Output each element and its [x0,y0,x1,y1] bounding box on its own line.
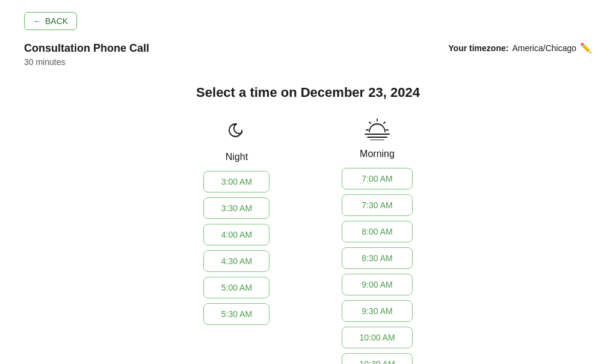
time-slot[interactable]: 8:00 AM [342,221,412,242]
time-slot[interactable]: 8:30 AM [342,247,412,269]
svg-line-1 [384,122,385,123]
night-section: Night 3:00 AM3:30 AM4:00 AM4:30 AM5:00 A… [203,119,270,364]
night-label: Night [226,152,248,162]
time-slot[interactable]: 7:30 AM [342,194,412,216]
event-title: Consultation Phone Call [24,42,149,55]
edit-timezone-icon[interactable]: ✏️ [580,42,592,54]
timezone-row: Your timezone: America/Chicago ✏️ [448,42,592,54]
event-duration: 30 minutes [24,57,149,67]
time-slot[interactable]: 9:30 AM [342,300,412,322]
morning-label: Morning [360,149,395,159]
night-icon [226,119,247,143]
time-slot[interactable]: 3:30 AM [203,197,270,219]
back-arrow-icon: ← [33,16,42,26]
time-sections: Night 3:00 AM3:30 AM4:00 AM4:30 AM5:00 A… [24,119,592,364]
timezone-value: America/Chicago [512,43,576,53]
night-time-slots: 3:00 AM3:30 AM4:00 AM4:30 AM5:00 AM5:30 … [203,171,270,325]
time-slot[interactable]: 7:00 AM [342,168,412,190]
back-button[interactable]: ← BACK [24,12,77,30]
time-slot[interactable]: 4:00 AM [203,224,270,245]
time-slot[interactable]: 3:00 AM [203,171,270,193]
time-slot[interactable]: 5:00 AM [203,277,270,298]
timezone-label: Your timezone: [448,43,508,53]
morning-icon [363,119,391,140]
time-slot[interactable]: 9:00 AM [342,274,412,295]
time-slot[interactable]: 4:30 AM [203,250,270,272]
svg-line-2 [369,122,371,123]
header-row: Consultation Phone Call 30 minutes Your … [24,42,592,67]
time-slot[interactable]: 5:30 AM [203,303,270,325]
time-slot[interactable]: 10:30 AM [342,353,412,364]
morning-section: Morning 7:00 AM7:30 AM8:00 AM8:30 AM9:00… [342,119,412,364]
time-slot[interactable]: 10:00 AM [342,327,412,348]
morning-time-slots: 7:00 AM7:30 AM8:00 AM8:30 AM9:00 AM9:30 … [342,168,412,364]
event-info: Consultation Phone Call 30 minutes [24,42,149,67]
page-title: Select a time on December 23, 2024 [24,85,592,100]
back-label: BACK [45,16,68,26]
